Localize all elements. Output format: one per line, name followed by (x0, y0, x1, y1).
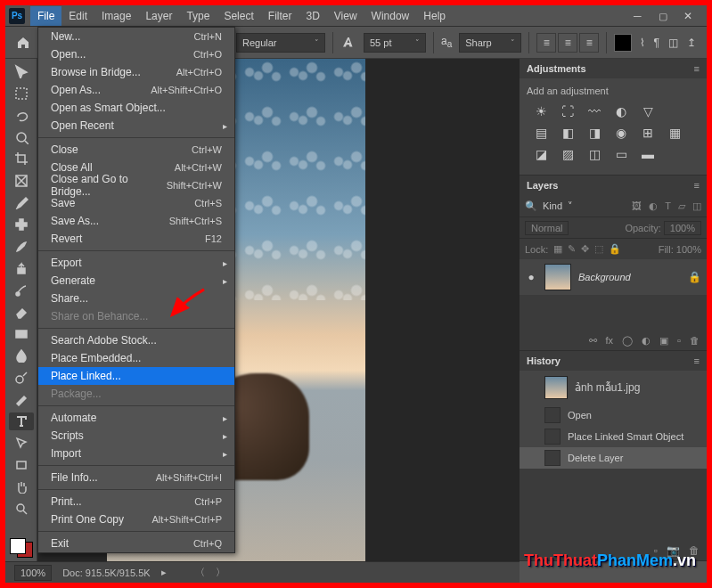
layer-mask-icon[interactable]: ◯ (622, 335, 633, 347)
align-center-button[interactable]: ≡ (558, 33, 577, 53)
panel-menu-icon[interactable]: ≡ (694, 180, 700, 191)
brightness-contrast-icon[interactable]: ☀ (532, 103, 550, 119)
file-menu-item[interactable]: Automate (38, 409, 234, 427)
text-color-swatch[interactable] (614, 34, 632, 52)
lock-position-icon[interactable]: ✥ (581, 243, 589, 255)
font-style-dropdown[interactable]: Regular (236, 33, 325, 53)
opacity-field[interactable]: 100% (664, 221, 701, 235)
group-icon[interactable]: ▣ (659, 335, 668, 347)
search-icon[interactable]: 🔍 (525, 200, 537, 212)
align-right-button[interactable]: ≡ (579, 33, 599, 53)
history-step[interactable]: Place Linked Smart Object (520, 426, 707, 447)
layer-name[interactable]: Background (578, 272, 631, 282)
history-step[interactable]: Open (520, 404, 707, 426)
selective-color-icon[interactable]: ▬ (639, 146, 657, 162)
file-menu-item[interactable]: Generate (38, 272, 234, 290)
visibility-toggle-icon[interactable]: ● (525, 271, 537, 283)
file-menu-item[interactable]: Close and Go to Bridge...Shift+Ctrl+W (38, 176, 234, 194)
menu-type[interactable]: Type (179, 6, 217, 26)
file-menu-item[interactable]: Open as Smart Object... (38, 99, 234, 117)
quick-select-tool[interactable] (9, 128, 34, 147)
menu-view[interactable]: View (327, 6, 364, 26)
levels-icon[interactable]: ⛶ (559, 103, 577, 119)
file-menu-item[interactable]: Place Linked... (38, 367, 234, 385)
clone-tool[interactable] (9, 259, 34, 278)
color-lookup-icon[interactable]: ▦ (666, 125, 683, 141)
heal-tool[interactable] (9, 216, 34, 234)
move-tool[interactable] (9, 62, 34, 81)
panel-menu-icon[interactable]: ≡ (694, 63, 700, 74)
file-menu-item[interactable]: Import (38, 445, 234, 462)
link-layers-icon[interactable]: ⚯ (589, 335, 597, 347)
file-menu-item[interactable]: File Info...Alt+Shift+Ctrl+I (38, 469, 234, 486)
pen-tool[interactable] (9, 390, 34, 409)
menu-layer[interactable]: Layer (138, 6, 179, 26)
history-brush-tool[interactable] (9, 281, 34, 299)
path-select-tool[interactable] (9, 434, 34, 453)
file-menu-item[interactable]: RevertF12 (38, 230, 234, 248)
lock-all-icon[interactable]: 🔒 (609, 243, 621, 255)
brush-tool[interactable] (9, 237, 34, 256)
exposure-icon[interactable]: ◐ (612, 103, 630, 119)
file-menu-item[interactable]: Open...Ctrl+O (38, 45, 234, 63)
lock-pixels-icon[interactable]: ✎ (568, 243, 576, 255)
gradient-map-icon[interactable]: ▭ (612, 146, 630, 162)
new-layer-icon[interactable]: ▫ (677, 335, 681, 346)
fill-field[interactable]: 100% (676, 244, 701, 255)
file-menu-item[interactable]: Open As...Alt+Shift+Ctrl+O (38, 81, 234, 99)
history-step[interactable]: Delete Layer (520, 447, 707, 469)
menu-filter[interactable]: Filter (261, 6, 299, 26)
share-icon[interactable]: ↥ (687, 37, 696, 49)
3d-text-icon[interactable]: ◫ (668, 37, 678, 49)
hand-tool[interactable] (9, 478, 34, 496)
layer-fx-icon[interactable]: fx (606, 335, 614, 346)
lock-transparent-icon[interactable]: ▦ (553, 243, 562, 255)
eraser-tool[interactable] (9, 303, 34, 322)
file-menu-item[interactable]: Export (38, 254, 234, 272)
filter-adj-icon[interactable]: ◐ (649, 200, 658, 212)
invert-icon[interactable]: ◪ (532, 146, 550, 162)
file-menu-item[interactable]: Search Adobe Stock... (38, 331, 234, 349)
rectangle-tool[interactable] (9, 456, 34, 475)
blur-tool[interactable] (9, 347, 34, 365)
file-menu-item[interactable]: Scripts (38, 427, 234, 445)
adjustment-layer-icon[interactable]: ◐ (642, 335, 651, 347)
color-swatches[interactable] (10, 538, 33, 558)
filter-pixel-icon[interactable]: 🖼 (632, 200, 642, 212)
crop-tool[interactable] (9, 150, 34, 168)
file-menu-item[interactable]: Print One CopyAlt+Shift+Ctrl+P (38, 510, 234, 528)
character-panel-icon[interactable]: ¶ (654, 37, 659, 49)
menu-select[interactable]: Select (217, 6, 260, 26)
window-minimize-icon[interactable] (634, 10, 646, 22)
file-menu-item[interactable]: Print...Ctrl+P (38, 493, 234, 510)
panel-menu-icon[interactable]: ≡ (694, 355, 700, 366)
eyedropper-tool[interactable] (9, 193, 34, 212)
posterize-icon[interactable]: ▨ (559, 146, 577, 162)
color-balance-icon[interactable]: ◧ (559, 125, 577, 141)
file-menu-item[interactable]: ExitCtrl+Q (38, 535, 234, 552)
menu-edit[interactable]: Edit (61, 6, 94, 26)
photo-filter-icon[interactable]: ◉ (612, 125, 630, 141)
file-menu-item[interactable]: Place Embedded... (38, 349, 234, 367)
layer-row[interactable]: ● Background 🔒 (520, 259, 707, 295)
vibrance-icon[interactable]: ▽ (639, 103, 657, 119)
frame-tool[interactable] (9, 172, 34, 191)
file-menu-item[interactable]: New...Ctrl+N (38, 28, 234, 45)
zoom-field[interactable]: 100% (14, 565, 52, 581)
file-menu-item[interactable]: Open Recent (38, 117, 234, 135)
file-menu-item[interactable]: SaveCtrl+S (38, 194, 234, 212)
lock-artboard-icon[interactable]: ⬚ (594, 243, 603, 255)
menu-image[interactable]: Image (94, 6, 138, 26)
gradient-tool[interactable] (9, 324, 34, 343)
file-menu-item[interactable]: Browse in Bridge...Alt+Ctrl+O (38, 63, 234, 81)
layer-thumbnail[interactable] (544, 264, 571, 290)
filter-type-icon[interactable]: T (665, 200, 671, 212)
menu-help[interactable]: Help (416, 6, 453, 26)
file-menu-item[interactable]: Share... (38, 290, 234, 307)
home-button[interactable] (11, 30, 36, 55)
trash-icon[interactable]: 🗑 (690, 335, 700, 346)
menu-file[interactable]: File (30, 6, 61, 26)
menu-window[interactable]: Window (364, 6, 417, 26)
type-tool[interactable] (9, 412, 34, 431)
file-menu-item[interactable]: CloseCtrl+W (38, 141, 234, 159)
